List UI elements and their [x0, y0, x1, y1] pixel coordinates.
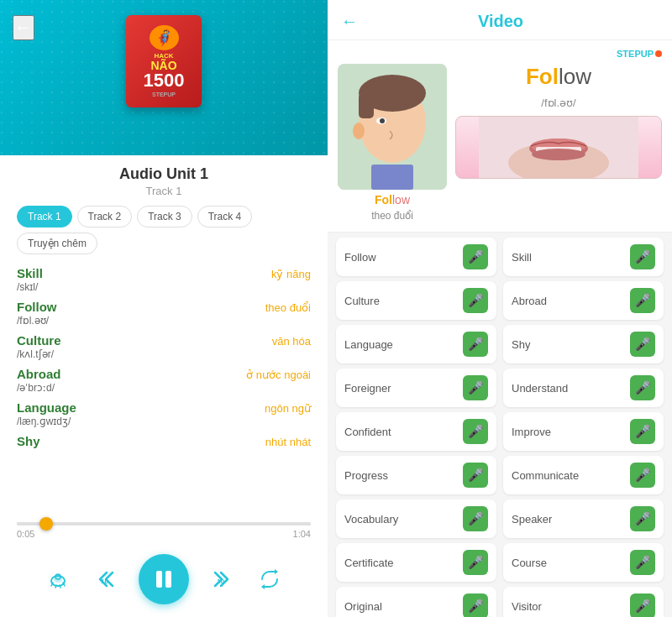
- video-content: Follow theo đuổi Follow /fɒl.əʊ/: [338, 64, 662, 222]
- svg-text:10: 10: [217, 578, 224, 585]
- vocab-card-foreigner: Foreigner 🎤: [336, 369, 496, 407]
- mic-button-language[interactable]: 🎤: [463, 332, 488, 357]
- word-display: Follow: [455, 64, 662, 90]
- vocab-item-skill: Skill kỹ năng /skɪl/: [17, 266, 311, 293]
- mic-button-speaker[interactable]: 🎤: [630, 506, 655, 531]
- mic-button-certificate[interactable]: 🎤: [463, 550, 488, 575]
- vocab-card-visitor: Visitor 🎤: [503, 587, 664, 617]
- mic-button-confident[interactable]: 🎤: [463, 419, 488, 444]
- turtle-icon: [47, 568, 69, 590]
- vocab-card-speaker: Speaker 🎤: [503, 499, 664, 538]
- vocab-card-shy: Shy 🎤: [503, 325, 664, 363]
- stepup-dot: [655, 50, 662, 57]
- right-top-row: ← Video: [341, 12, 659, 31]
- left-header: ← 🦸 HACK NÃO 1500 STEPUP: [0, 0, 328, 155]
- vocab-grid: Follow 🎤 Skill 🎤 Culture 🎤 Abroad 🎤 Lang…: [328, 233, 672, 617]
- vocab-card-abroad: Abroad 🎤: [503, 281, 664, 320]
- vocab-item-abroad: Abroad ở nước ngoài /əˈbrɔːd/: [17, 367, 311, 394]
- vocab-card-culture: Culture 🎤: [336, 281, 496, 320]
- tab-track4[interactable]: Track 4: [197, 206, 253, 227]
- face-word-below: Follow: [375, 193, 410, 207]
- vocab-row-9: Original 🎤 Visitor 🎤: [336, 587, 664, 617]
- tab-truyen-chem[interactable]: Truyện chêm: [17, 233, 97, 254]
- track-tabs: Track 1 Track 2 Track 3 Track 4 Truyện c…: [17, 206, 311, 254]
- mic-button-abroad[interactable]: 🎤: [630, 288, 655, 313]
- mic-button-progress[interactable]: 🎤: [463, 463, 488, 488]
- audio-controls: 10 10: [0, 546, 328, 617]
- vocab-card-course: Course 🎤: [503, 543, 664, 582]
- mic-button-foreigner[interactable]: 🎤: [463, 375, 488, 400]
- vocab-row-4: Foreigner 🎤 Understand 🎤: [336, 369, 664, 407]
- repeat-button[interactable]: [253, 562, 286, 596]
- vocab-row-8: Certificate 🎤 Course 🎤: [336, 543, 664, 582]
- mic-button-improve[interactable]: 🎤: [630, 419, 655, 444]
- mic-button-understand[interactable]: 🎤: [630, 375, 655, 400]
- svg-line-7: [60, 585, 60, 588]
- mic-button-vocabulary[interactable]: 🎤: [463, 506, 488, 531]
- svg-point-28: [532, 149, 585, 160]
- phonetic-display: /fɒl.əʊ/: [455, 97, 662, 109]
- right-title: Video: [368, 12, 633, 31]
- mic-button-skill[interactable]: 🎤: [630, 244, 655, 269]
- track-label: Track 1: [17, 185, 311, 197]
- progress-section: 0:05 1:04: [0, 515, 328, 546]
- vocab-row-1: Follow 🎤 Skill 🎤: [336, 238, 664, 276]
- back-button-right[interactable]: ←: [341, 12, 358, 31]
- vocab-card-follow: Follow 🎤: [336, 238, 496, 276]
- turtle-speed-button[interactable]: [41, 562, 75, 596]
- vocab-item-follow: Follow theo đuổi /fɒl.əʊ/: [17, 300, 311, 327]
- svg-marker-14: [261, 584, 265, 589]
- mouth-illustration: [456, 117, 661, 179]
- left-content: Audio Unit 1 Track 1 Track 1 Track 2 Tra…: [0, 155, 328, 515]
- vocab-card-communicate: Communicate 🎤: [503, 456, 664, 494]
- face-video[interactable]: [338, 64, 447, 190]
- vocab-row-3: Language 🎤 Shy 🎤: [336, 325, 664, 363]
- forward-button[interactable]: 10: [204, 562, 238, 596]
- vocab-list: Skill kỹ năng /skɪl/ Follow theo đuổi /f…: [17, 266, 311, 448]
- svg-point-22: [353, 123, 365, 139]
- tab-track2[interactable]: Track 2: [77, 206, 133, 227]
- forward-icon: 10: [208, 567, 234, 592]
- face-video-container: Follow theo đuổi: [338, 64, 447, 222]
- svg-text:10: 10: [101, 578, 108, 585]
- svg-rect-16: [371, 165, 413, 190]
- mic-button-communicate[interactable]: 🎤: [630, 463, 655, 488]
- progress-times: 0:05 1:04: [17, 529, 311, 539]
- vocab-card-skill: Skill 🎤: [503, 238, 664, 276]
- tab-track3[interactable]: Track 3: [137, 206, 192, 227]
- mic-button-culture[interactable]: 🎤: [463, 288, 488, 313]
- svg-marker-13: [275, 569, 278, 574]
- audio-title: Audio Unit 1: [17, 165, 311, 183]
- tab-track1[interactable]: Track 1: [17, 206, 72, 227]
- vocab-card-original: Original 🎤: [336, 587, 496, 617]
- vocab-row-5: Confident 🎤 Improve 🎤: [336, 412, 664, 451]
- mouth-video[interactable]: [455, 116, 662, 179]
- mic-button-follow[interactable]: 🎤: [463, 244, 488, 269]
- right-info: Follow /fɒl.əʊ/: [455, 64, 662, 179]
- left-panel: ← 🦸 HACK NÃO 1500 STEPUP Audio Unit 1 Tr…: [0, 0, 328, 617]
- mic-button-shy[interactable]: 🎤: [630, 332, 655, 357]
- mic-button-visitor[interactable]: 🎤: [630, 593, 655, 617]
- progress-thumb[interactable]: [39, 517, 53, 531]
- face-meaning-below: theo đuổi: [371, 210, 413, 222]
- vocab-item-shy: Shy nhút nhát: [17, 434, 311, 448]
- vocab-card-confident: Confident 🎤: [336, 412, 496, 451]
- stepup-badge: STEPUP: [338, 49, 662, 59]
- book-icon: 🦸: [150, 25, 179, 50]
- svg-rect-10: [156, 571, 162, 588]
- vocab-row-2: Culture 🎤 Abroad 🎤: [336, 281, 664, 320]
- vocab-card-understand: Understand 🎤: [503, 369, 664, 407]
- vocab-card-progress: Progress 🎤: [336, 456, 496, 494]
- svg-line-6: [55, 585, 56, 588]
- mic-button-original[interactable]: 🎤: [463, 593, 488, 617]
- progress-bar[interactable]: [17, 522, 311, 525]
- vocab-card-improve: Improve 🎤: [503, 412, 664, 451]
- vocab-item-language: Language ngôn ngữ /læŋ.ɡwɪdʒ/: [17, 400, 311, 427]
- mic-button-course[interactable]: 🎤: [630, 550, 655, 575]
- progress-fill: [17, 522, 311, 525]
- book-cover: 🦸 HACK NÃO 1500 STEPUP: [126, 15, 202, 107]
- time-total: 1:04: [293, 529, 311, 539]
- rewind-button[interactable]: 10: [90, 562, 123, 596]
- play-pause-button[interactable]: [139, 554, 189, 604]
- back-button-left[interactable]: ←: [13, 15, 34, 40]
